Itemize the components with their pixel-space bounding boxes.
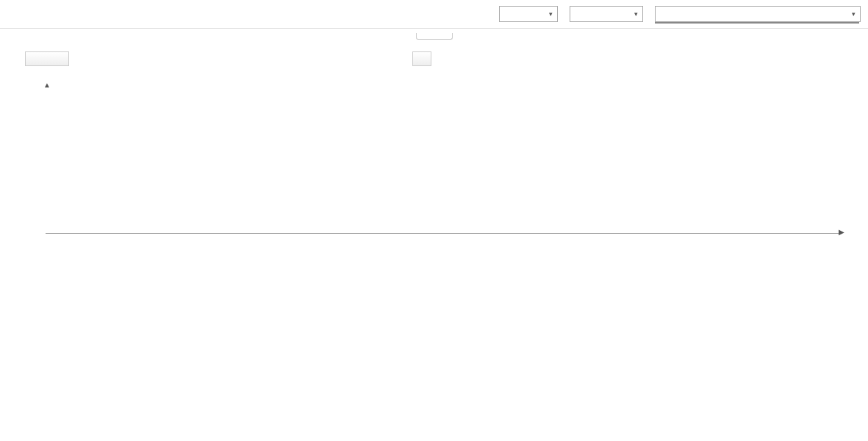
filter-toggle-button[interactable] — [416, 33, 453, 40]
pager-row — [0, 68, 868, 74]
graph-select-wrapper — [655, 6, 861, 22]
host-select[interactable] — [570, 6, 643, 22]
chart-container: ▲ ▶ — [25, 78, 843, 272]
zoom-row — [0, 44, 868, 50]
nav-right-button[interactable] — [412, 51, 431, 66]
y-axis — [28, 87, 43, 233]
graph-dropdown[interactable] — [655, 22, 859, 24]
graph-select[interactable] — [655, 6, 861, 22]
chart-plot-area[interactable]: ▲ ▶ — [46, 87, 839, 234]
x-axis-arrow-icon: ▶ — [839, 228, 844, 236]
nav-row — [0, 50, 868, 68]
x-axis — [46, 234, 839, 265]
top-filter-bar — [0, 0, 868, 28]
group-select[interactable] — [499, 6, 558, 22]
filter-bar — [0, 28, 868, 44]
y-axis-arrow-icon: ▲ — [43, 81, 51, 89]
nav-left-button[interactable] — [25, 51, 69, 66]
chart-title — [25, 78, 843, 87]
